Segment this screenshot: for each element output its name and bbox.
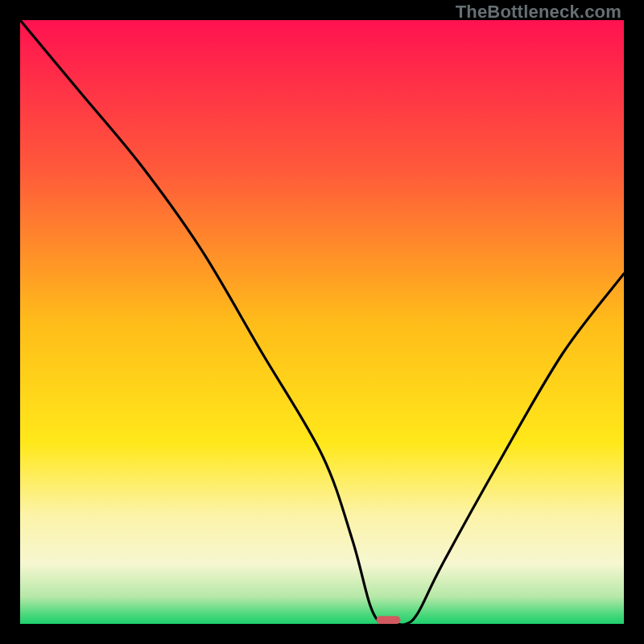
- chart-background: [20, 20, 624, 624]
- bottleneck-chart: [20, 20, 624, 624]
- chart-frame: TheBottleneck.com: [0, 0, 644, 644]
- optimal-marker: [377, 616, 401, 624]
- plot-area: [20, 20, 624, 624]
